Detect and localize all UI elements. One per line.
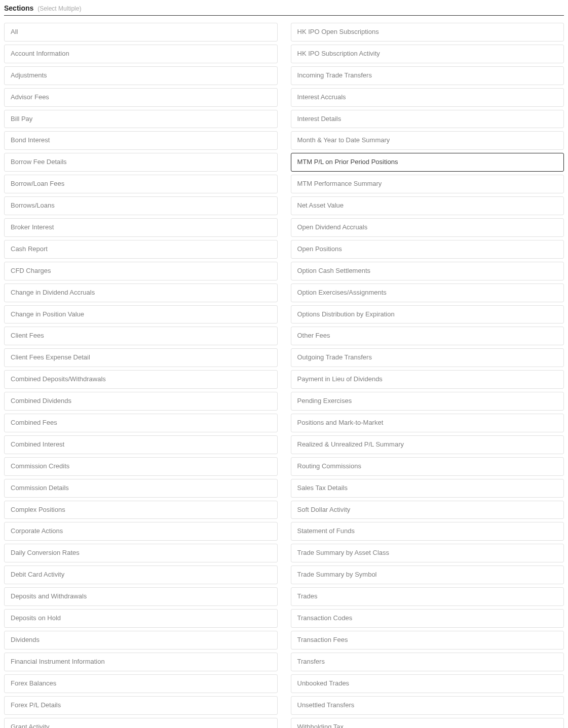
section-option-adjustments[interactable]: Adjustments (4, 66, 278, 85)
section-option-borrows-loans[interactable]: Borrows/Loans (4, 196, 278, 215)
section-option-financial-instrument-information[interactable]: Financial Instrument Information (4, 653, 278, 671)
section-option-dividends[interactable]: Dividends (4, 631, 278, 650)
section-option-deposits-and-withdrawals[interactable]: Deposits and Withdrawals (4, 587, 278, 606)
section-option-broker-interest[interactable]: Broker Interest (4, 218, 278, 237)
section-option-payment-in-lieu-of-dividends[interactable]: Payment in Lieu of Dividends (291, 370, 564, 389)
section-option-client-fees-expense-detail[interactable]: Client Fees Expense Detail (4, 348, 278, 367)
section-option-transaction-codes[interactable]: Transaction Codes (291, 609, 564, 628)
section-option-corporate-actions[interactable]: Corporate Actions (4, 522, 278, 541)
section-option-unsettled-transfers[interactable]: Unsettled Transfers (291, 696, 564, 715)
section-option-open-dividend-accruals[interactable]: Open Dividend Accruals (291, 218, 564, 237)
section-option-mtm-performance-summary[interactable]: MTM Performance Summary (291, 175, 564, 193)
section-option-interest-accruals[interactable]: Interest Accruals (291, 88, 564, 107)
section-option-bill-pay[interactable]: Bill Pay (4, 110, 278, 129)
sections-title: Sections (4, 4, 33, 12)
section-option-change-in-dividend-accruals[interactable]: Change in Dividend Accruals (4, 284, 278, 302)
section-option-trade-summary-by-asset-class[interactable]: Trade Summary by Asset Class (291, 544, 564, 562)
section-option-debit-card-activity[interactable]: Debit Card Activity (4, 565, 278, 584)
section-option-outgoing-trade-transfers[interactable]: Outgoing Trade Transfers (291, 348, 564, 367)
section-option-interest-details[interactable]: Interest Details (291, 110, 564, 129)
section-option-sales-tax-details[interactable]: Sales Tax Details (291, 479, 564, 498)
sections-columns: AllAccount InformationAdjustmentsAdvisor… (4, 23, 564, 728)
section-option-cash-report[interactable]: Cash Report (4, 240, 278, 259)
sections-hint: (Select Multiple) (37, 5, 81, 12)
sections-column-right: HK IPO Open SubscriptionsHK IPO Subscrip… (291, 23, 564, 728)
section-option-forex-balances[interactable]: Forex Balances (4, 674, 278, 693)
section-option-transfers[interactable]: Transfers (291, 653, 564, 671)
section-option-routing-commissions[interactable]: Routing Commissions (291, 457, 564, 476)
section-option-combined-fees[interactable]: Combined Fees (4, 414, 278, 432)
section-option-option-cash-settlements[interactable]: Option Cash Settlements (291, 262, 564, 280)
section-option-unbooked-trades[interactable]: Unbooked Trades (291, 674, 564, 693)
section-option-account-information[interactable]: Account Information (4, 45, 278, 63)
section-option-forex-p-l-details[interactable]: Forex P/L Details (4, 696, 278, 715)
section-option-mtm-p-l-on-prior-period-positions[interactable]: MTM P/L on Prior Period Positions (291, 153, 564, 172)
section-option-transaction-fees[interactable]: Transaction Fees (291, 631, 564, 650)
section-option-change-in-position-value[interactable]: Change in Position Value (4, 305, 278, 324)
section-option-realized-unrealized-p-l-summary[interactable]: Realized & Unrealized P/L Summary (291, 435, 564, 454)
section-option-options-distribution-by-expiration[interactable]: Options Distribution by Expiration (291, 305, 564, 324)
section-option-combined-dividends[interactable]: Combined Dividends (4, 392, 278, 411)
section-option-commission-credits[interactable]: Commission Credits (4, 457, 278, 476)
section-option-pending-exercises[interactable]: Pending Exercises (291, 392, 564, 411)
section-option-bond-interest[interactable]: Bond Interest (4, 131, 278, 150)
section-option-open-positions[interactable]: Open Positions (291, 240, 564, 259)
section-option-cfd-charges[interactable]: CFD Charges (4, 262, 278, 280)
section-option-combined-interest[interactable]: Combined Interest (4, 435, 278, 454)
section-option-soft-dollar-activity[interactable]: Soft Dollar Activity (291, 501, 564, 519)
sections-column-left: AllAccount InformationAdjustmentsAdvisor… (4, 23, 278, 728)
section-option-borrow-loan-fees[interactable]: Borrow/Loan Fees (4, 175, 278, 193)
section-option-statement-of-funds[interactable]: Statement of Funds (291, 522, 564, 541)
section-option-month-year-to-date-summary[interactable]: Month & Year to Date Summary (291, 131, 564, 150)
section-option-complex-positions[interactable]: Complex Positions (4, 501, 278, 519)
section-option-advisor-fees[interactable]: Advisor Fees (4, 88, 278, 107)
sections-header: Sections (Select Multiple) (4, 4, 564, 16)
section-option-hk-ipo-open-subscriptions[interactable]: HK IPO Open Subscriptions (291, 23, 564, 42)
section-option-positions-and-mark-to-market[interactable]: Positions and Mark-to-Market (291, 414, 564, 432)
section-option-option-exercises-assignments[interactable]: Option Exercises/Assignments (291, 284, 564, 302)
section-option-all[interactable]: All (4, 23, 278, 42)
section-option-daily-conversion-rates[interactable]: Daily Conversion Rates (4, 544, 278, 562)
section-option-grant-activity[interactable]: Grant Activity (4, 718, 278, 729)
section-option-hk-ipo-subscription-activity[interactable]: HK IPO Subscription Activity (291, 45, 564, 63)
section-option-incoming-trade-transfers[interactable]: Incoming Trade Transfers (291, 66, 564, 85)
section-option-commission-details[interactable]: Commission Details (4, 479, 278, 498)
section-option-borrow-fee-details[interactable]: Borrow Fee Details (4, 153, 278, 172)
section-option-client-fees[interactable]: Client Fees (4, 327, 278, 345)
section-option-other-fees[interactable]: Other Fees (291, 327, 564, 345)
section-option-trades[interactable]: Trades (291, 587, 564, 606)
section-option-net-asset-value[interactable]: Net Asset Value (291, 196, 564, 215)
section-option-trade-summary-by-symbol[interactable]: Trade Summary by Symbol (291, 565, 564, 584)
section-option-withholding-tax[interactable]: Withholding Tax (291, 718, 564, 729)
section-option-deposits-on-hold[interactable]: Deposits on Hold (4, 609, 278, 628)
section-option-combined-deposits-withdrawals[interactable]: Combined Deposits/Withdrawals (4, 370, 278, 389)
